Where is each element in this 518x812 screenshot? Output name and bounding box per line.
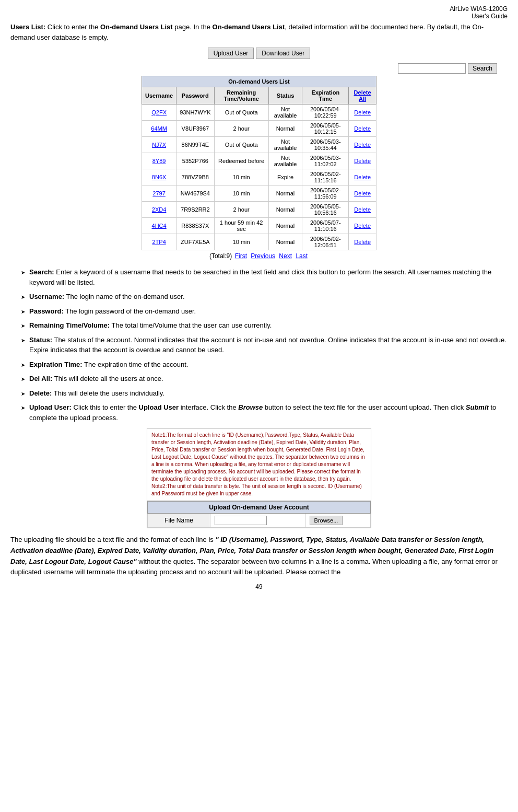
pagination-next[interactable]: Next: [279, 252, 292, 260]
username-link: Q2FX: [151, 109, 167, 115]
username-link: 4HC4: [152, 223, 167, 229]
users-table-container: On-demand Users List Username Password R…: [10, 76, 508, 250]
action-buttons: Upload User Download User: [10, 48, 508, 59]
list-item-del-all: Del All: This will delete all the users …: [21, 374, 508, 384]
username-link: 2TP4: [152, 239, 166, 245]
username-link: 8N6X: [152, 174, 167, 180]
pagination-first[interactable]: First: [235, 252, 247, 260]
delete-link: Delete: [354, 190, 371, 196]
table-row: 64MM V8UF3967 2 hour Normal 2006/05/05-1…: [142, 121, 376, 137]
username-link: 2XD4: [152, 206, 167, 213]
upload-table-title: Upload On-demand User Account: [148, 502, 371, 514]
table-row: 2797 NW4679S4 10 min Normal 2006/05/02-1…: [142, 185, 376, 202]
search-input[interactable]: [398, 63, 466, 74]
table-title: On-demand Users List: [142, 76, 376, 87]
col-delete-all[interactable]: Delete All: [349, 87, 376, 105]
col-remaining: Remaining Time/Volume: [214, 87, 268, 105]
delete-link: Delete: [354, 125, 371, 132]
intro-label: Users List:: [10, 23, 45, 31]
col-status: Status: [268, 87, 302, 105]
username-link: NJ7X: [152, 142, 166, 148]
table-row: Q2FX 93NH7WYK Out of Quota Not available…: [142, 105, 376, 121]
note-box: Note1:The format of each line is "ID (Us…: [147, 428, 371, 501]
users-table: On-demand Users List Username Password R…: [142, 76, 376, 250]
download-user-button[interactable]: Download User: [256, 48, 310, 59]
header-line1: AirLive WIAS-1200G: [450, 5, 508, 13]
delete-link: Delete: [354, 109, 371, 115]
list-item-status: Status: The status of the account. Norma…: [21, 335, 508, 355]
delete-link: Delete: [354, 206, 371, 213]
delete-link: Delete: [354, 223, 371, 229]
table-row: 8N6X 788VZ9B8 10 min Expire 2006/05/02-1…: [142, 169, 376, 185]
username-link: 8Y89: [152, 158, 166, 164]
pagination: (Total:9) First Previous Next Last: [10, 252, 508, 260]
col-username: Username: [142, 87, 176, 105]
page-number: 49: [10, 583, 508, 590]
pagination-previous[interactable]: Previous: [251, 252, 275, 260]
table-row: NJ7X 86N99T4E Out of Quota Not available…: [142, 137, 376, 153]
list-item-remaining: Remaining Time/Volume: The total time/Vo…: [21, 320, 508, 331]
pagination-last[interactable]: Last: [296, 252, 308, 260]
file-name-label: File Name: [148, 514, 210, 528]
file-name-input[interactable]: [215, 516, 267, 525]
list-item-username: Username: The login name of the on-deman…: [21, 292, 508, 302]
table-row: 2XD4 7R9S2RR2 2 hour Normal 2006/05/05-1…: [142, 202, 376, 218]
username-link: 64MM: [151, 125, 167, 132]
page-header: AirLive WIAS-1200G User's Guide: [10, 5, 508, 20]
delete-link: Delete: [354, 142, 371, 148]
search-row: Search: [10, 63, 508, 74]
table-row: 8Y89 5352P766 Redeemed before Not availa…: [142, 153, 376, 169]
header-line2: User's Guide: [472, 13, 508, 20]
upload-user-button[interactable]: Upload User: [208, 48, 254, 59]
list-item-upload-user: Upload User: Click this to enter the Upl…: [21, 402, 508, 423]
pagination-total: (Total:9): [209, 252, 232, 260]
delete-link: Delete: [354, 239, 371, 245]
feature-list: Search: Enter a keyword of a username th…: [21, 267, 508, 423]
username-link: 2797: [152, 190, 165, 196]
note-text: Note1:The format of each line is "ID (Us…: [151, 432, 365, 496]
col-expiration: Expiration Time: [302, 87, 349, 105]
upload-wrapper: Note1:The format of each line is "ID (Us…: [147, 428, 371, 528]
search-button[interactable]: Search: [468, 63, 497, 74]
bottom-paragraph: The uploading file should be a text file…: [10, 535, 508, 578]
list-item-password: Password: The login password of the on-d…: [21, 306, 508, 317]
browse-button[interactable]: Browse...: [310, 516, 343, 525]
table-row: 2TP4 ZUF7XE5A 10 min Normal 2006/05/02-1…: [142, 234, 376, 250]
upload-table: Upload On-demand User Account File Name …: [147, 501, 371, 528]
list-item-search: Search: Enter a keyword of a username th…: [21, 267, 508, 287]
delete-link: Delete: [354, 174, 371, 180]
table-row: 4HC4 R838S37X 1 hour 59 min 42 sec Norma…: [142, 218, 376, 234]
list-item-expiration: Expiration Time: The expiration time of …: [21, 359, 508, 370]
upload-section: Note1:The format of each line is "ID (Us…: [10, 428, 508, 528]
list-item-delete: Delete: This will delete the users indiv…: [21, 388, 508, 399]
col-password: Password: [176, 87, 214, 105]
delete-link: Delete: [354, 158, 371, 164]
intro-paragraph: Users List: Click to enter the On-demand…: [10, 22, 508, 42]
